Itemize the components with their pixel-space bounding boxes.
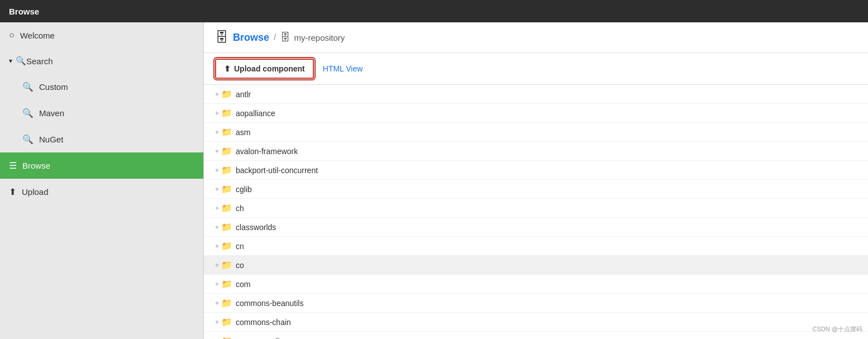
tree-item[interactable]: + 📁 backport-util-concurrent: [204, 161, 868, 180]
html-view-label: HTML View: [323, 64, 363, 73]
top-bar: Browse: [0, 0, 868, 22]
sidebar-item-label: Browse: [22, 161, 50, 170]
tree-item[interactable]: + 📁 antlr: [204, 85, 868, 104]
sidebar-item-nuget[interactable]: 🔍 NuGet: [0, 126, 203, 152]
main-layout: ○ Welcome ▾ 🔍 Search 🔍 Custom 🔍 Maven 🔍 …: [0, 22, 868, 339]
folder-icon: 📁: [221, 279, 232, 289]
folder-icon: 📁: [221, 241, 232, 251]
item-name: asm: [236, 128, 250, 137]
search-icon: 🔍: [22, 82, 34, 92]
sidebar-item-label: Upload: [22, 187, 49, 197]
watermark: CSDN @十点摆码: [813, 325, 862, 333]
item-name: antlr: [236, 90, 251, 99]
expand-icon: +: [215, 109, 219, 117]
item-name: classworlds: [236, 223, 276, 232]
item-name: commons-cli: [236, 337, 280, 340]
item-name: avalon-framework: [236, 147, 298, 156]
expand-icon: +: [215, 337, 219, 340]
folder-icon: 📁: [221, 184, 232, 194]
tree-item[interactable]: + 📁 avalon-framework: [204, 142, 868, 161]
item-name: ch: [236, 204, 244, 213]
tree-item[interactable]: + 📁 commons-chain: [204, 313, 868, 332]
sidebar: ○ Welcome ▾ 🔍 Search 🔍 Custom 🔍 Maven 🔍 …: [0, 22, 204, 339]
item-name: cn: [236, 242, 244, 251]
tree-item[interactable]: + 📁 classworlds: [204, 218, 868, 237]
sidebar-item-upload[interactable]: ⬆ Upload: [0, 179, 203, 205]
expand-icon: +: [215, 242, 219, 250]
content-header: 🗄 Browse / 🗄 my-repository: [204, 22, 868, 53]
sidebar-item-custom[interactable]: 🔍 Custom: [0, 74, 203, 100]
repo-icon: 🗄: [280, 32, 290, 44]
content-area: 🗄 Browse / 🗄 my-repository ⬆ Upload comp…: [204, 22, 868, 339]
search-icon: 🔍: [22, 134, 34, 145]
folder-icon: 📁: [221, 222, 232, 232]
expand-icon: +: [215, 147, 219, 155]
search-icon: 🔍: [16, 56, 26, 66]
item-name: commons-chain: [236, 318, 291, 327]
search-icon: 🔍: [22, 108, 34, 118]
html-view-button[interactable]: HTML View: [321, 60, 365, 78]
tree-item[interactable]: + 📁 co: [204, 256, 868, 275]
toolbar: ⬆ Upload component HTML View: [204, 53, 868, 85]
sidebar-item-browse[interactable]: ☰ Browse: [0, 152, 203, 179]
folder-icon: 📁: [221, 127, 232, 137]
repo-name: my-repository: [294, 33, 345, 42]
sidebar-item-label: Maven: [39, 108, 64, 118]
folder-icon: 📁: [221, 298, 232, 308]
tree-item[interactable]: + 📁 asm: [204, 123, 868, 142]
folder-icon: 📁: [221, 165, 232, 175]
tree-item[interactable]: + 📁 commons-cli: [204, 332, 868, 339]
item-name: aopalliance: [236, 109, 275, 118]
sidebar-item-search[interactable]: ▾ 🔍 Search: [0, 48, 203, 74]
item-name: co: [236, 261, 244, 270]
sidebar-item-maven[interactable]: 🔍 Maven: [0, 100, 203, 126]
expand-icon: +: [215, 299, 219, 307]
circle-icon: ○: [9, 30, 15, 40]
top-bar-title: Browse: [9, 7, 39, 16]
tree-item[interactable]: + 📁 com: [204, 275, 868, 294]
folder-icon: 📁: [221, 146, 232, 156]
folder-icon: 📁: [221, 89, 232, 99]
expand-icon: +: [215, 204, 219, 212]
item-name: backport-util-concurrent: [236, 166, 318, 175]
folder-icon: 📁: [221, 260, 232, 270]
tree-item[interactable]: + 📁 cglib: [204, 180, 868, 199]
tree-item[interactable]: + 📁 ch: [204, 199, 868, 218]
expand-icon: +: [215, 280, 219, 288]
upload-icon: ⬆: [9, 187, 16, 197]
tree-item[interactable]: + 📁 cn: [204, 237, 868, 256]
folder-icon: 📁: [221, 108, 232, 118]
item-name: commons-beanutils: [236, 299, 303, 308]
sidebar-item-welcome[interactable]: ○ Welcome: [0, 22, 203, 48]
sidebar-item-label: Custom: [39, 82, 68, 92]
expand-icon: +: [215, 128, 219, 136]
item-name: com: [236, 280, 250, 289]
sidebar-item-label: NuGet: [39, 135, 63, 144]
upload-component-button[interactable]: ⬆ Upload component: [215, 59, 314, 79]
browse-icon: ☰: [9, 160, 17, 171]
tree-item[interactable]: + 📁 commons-beanutils: [204, 294, 868, 313]
file-tree: + 📁 antlr + 📁 aopalliance + 📁 asm + 📁 av…: [204, 85, 868, 339]
caret-down-icon: ▾: [9, 57, 12, 65]
expand-icon: +: [215, 223, 219, 231]
sidebar-item-label: Welcome: [20, 31, 55, 40]
expand-icon: +: [215, 261, 219, 269]
browse-title: Browse: [233, 32, 269, 44]
database-icon: 🗄: [215, 30, 228, 45]
folder-icon: 📁: [221, 317, 232, 327]
folder-icon: 📁: [221, 203, 232, 213]
expand-icon: +: [215, 185, 219, 193]
item-name: cglib: [236, 185, 252, 194]
tree-item[interactable]: + 📁 aopalliance: [204, 104, 868, 123]
expand-icon: +: [215, 166, 219, 174]
expand-icon: +: [215, 318, 219, 326]
upload-btn-label: Upload component: [234, 64, 305, 73]
sidebar-item-label: Search: [26, 56, 53, 66]
upload-arrow-icon: ⬆: [224, 64, 231, 73]
breadcrumb-separator: /: [274, 32, 276, 42]
folder-icon: 📁: [221, 336, 232, 339]
expand-icon: +: [215, 90, 219, 98]
